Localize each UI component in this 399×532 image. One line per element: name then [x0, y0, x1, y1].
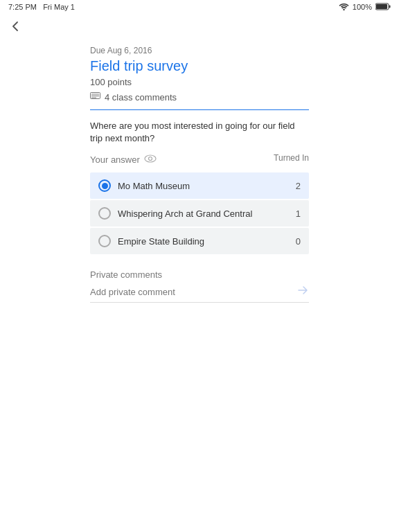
question-text: Where are you most interested in going f…	[90, 120, 309, 145]
choice-label: Mo Math Museum	[118, 181, 290, 191]
time: 7:25 PM	[8, 3, 37, 11]
svg-point-0	[343, 8, 344, 10]
svg-rect-2	[389, 5, 391, 8]
content-area: Due Aug 6, 2016 Field trip survey 100 po…	[0, 39, 399, 317]
choice-label: Whispering Arch at Grand Central	[118, 209, 290, 219]
choice-item[interactable]: Empire State Building 0	[90, 228, 309, 254]
back-button[interactable]	[6, 17, 25, 36]
turned-in-label: Turned In	[274, 153, 309, 163]
eye-icon	[144, 154, 157, 165]
your-answer-label: Your answer	[90, 154, 140, 165]
radio-unselected	[98, 207, 111, 220]
private-comments-section: Private comments	[90, 269, 309, 303]
battery-icon	[375, 3, 391, 12]
choice-label: Empire State Building	[118, 236, 290, 247]
day: Fri May 1	[43, 3, 75, 11]
svg-point-8	[145, 155, 156, 162]
radio-inner	[102, 183, 108, 189]
status-indicators: 100%	[339, 3, 391, 12]
comments-icon	[90, 91, 101, 103]
status-time: 7:25 PM Fri May 1	[8, 3, 75, 11]
choice-count: 1	[290, 209, 301, 219]
battery-percentage: 100%	[353, 3, 372, 11]
class-comments-text: 4 class comments	[105, 92, 177, 103]
svg-rect-3	[376, 4, 387, 9]
choice-item[interactable]: Mo Math Museum 2	[90, 172, 309, 199]
wifi-icon	[339, 3, 349, 12]
divider	[90, 109, 309, 110]
status-bar: 7:25 PM Fri May 1 100%	[0, 0, 399, 14]
choices-container: Mo Math Museum 2 Whispering Arch at Gran…	[90, 172, 309, 256]
choice-count: 2	[290, 181, 301, 191]
private-comment-input[interactable]	[90, 287, 298, 297]
due-date: Due Aug 6, 2016	[90, 46, 309, 55]
radio-selected	[98, 179, 111, 192]
class-comments-row: 4 class comments	[90, 91, 309, 103]
choice-count: 0	[290, 236, 301, 247]
private-comments-label: Private comments	[90, 269, 309, 280]
radio-unselected	[98, 235, 111, 247]
svg-point-9	[148, 157, 152, 161]
nav-bar	[0, 14, 399, 39]
private-comment-input-row[interactable]	[90, 285, 309, 303]
points: 100 points	[90, 77, 309, 87]
choice-item[interactable]: Whispering Arch at Grand Central 1	[90, 200, 309, 227]
answer-row: Your answer Turned In	[90, 153, 309, 166]
survey-title: Field trip survey	[90, 58, 309, 74]
send-icon[interactable]	[298, 285, 309, 298]
